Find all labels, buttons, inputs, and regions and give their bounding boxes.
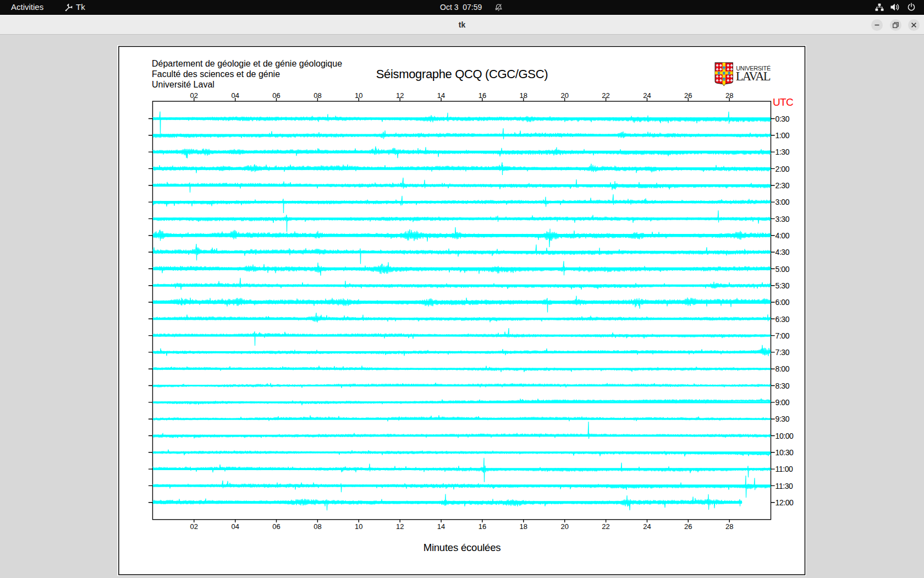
svg-text:4:00: 4:00 (776, 231, 790, 240)
svg-text:9:00: 9:00 (776, 398, 790, 407)
svg-text:08: 08 (314, 91, 321, 100)
svg-text:06: 06 (272, 522, 280, 531)
svg-text:02: 02 (190, 91, 198, 100)
svg-text:12: 12 (396, 91, 404, 100)
svg-text:11:00: 11:00 (776, 465, 793, 473)
svg-text:Minutes écoulées: Minutes écoulées (424, 542, 501, 553)
svg-text:20: 20 (560, 91, 568, 100)
svg-text:06: 06 (272, 91, 280, 100)
svg-text:24: 24 (643, 522, 651, 531)
svg-text:26: 26 (684, 522, 692, 531)
svg-text:22: 22 (602, 91, 609, 100)
svg-text:10: 10 (355, 91, 362, 100)
svg-text:08: 08 (314, 522, 321, 531)
svg-text:6:30: 6:30 (776, 315, 790, 324)
svg-text:6:00: 6:00 (776, 298, 790, 307)
svg-text:9:30: 9:30 (776, 415, 790, 423)
svg-text:8:00: 8:00 (776, 364, 790, 373)
svg-text:26: 26 (684, 91, 692, 100)
svg-text:8:30: 8:30 (776, 381, 790, 390)
svg-text:28: 28 (725, 522, 733, 531)
svg-text:2:30: 2:30 (776, 181, 790, 190)
svg-text:16: 16 (479, 91, 486, 100)
svg-text:16: 16 (479, 522, 486, 531)
svg-text:5:30: 5:30 (776, 281, 790, 290)
svg-text:Université Laval: Université Laval (152, 80, 215, 89)
svg-text:UTC: UTC (773, 96, 793, 108)
svg-text:18: 18 (520, 522, 527, 531)
svg-text:7:00: 7:00 (776, 331, 790, 340)
svg-text:10: 10 (355, 522, 362, 531)
svg-text:1:00: 1:00 (776, 131, 790, 140)
svg-text:0:30: 0:30 (776, 114, 790, 123)
svg-text:2:00: 2:00 (776, 165, 790, 173)
svg-text:3:00: 3:00 (776, 198, 790, 206)
svg-text:11:30: 11:30 (776, 482, 793, 490)
svg-text:20: 20 (560, 522, 568, 531)
svg-text:24: 24 (643, 91, 651, 100)
svg-text:04: 04 (231, 91, 239, 100)
svg-text:1:30: 1:30 (776, 148, 790, 156)
svg-text:LAVAL: LAVAL (736, 69, 771, 83)
svg-text:02: 02 (190, 522, 198, 531)
svg-text:Faculté des sciences et de gén: Faculté des sciences et de génie (152, 69, 280, 79)
svg-text:22: 22 (602, 522, 609, 531)
svg-text:Séismographe QCQ (CGC/GSC): Séismographe QCQ (CGC/GSC) (376, 67, 548, 81)
svg-text:5:00: 5:00 (776, 265, 790, 274)
svg-text:28: 28 (725, 91, 733, 100)
svg-text:04: 04 (231, 522, 239, 531)
svg-text:14: 14 (437, 91, 445, 100)
svg-text:18: 18 (520, 91, 527, 100)
svg-text:12:00: 12:00 (776, 498, 794, 507)
svg-text:10:30: 10:30 (776, 448, 794, 457)
svg-text:Département de géologie et de: Département de géologie et de génie géol… (152, 59, 342, 68)
svg-text:4:30: 4:30 (776, 248, 790, 257)
svg-text:10:00: 10:00 (776, 432, 794, 440)
svg-text:3:30: 3:30 (776, 215, 790, 223)
svg-text:14: 14 (437, 522, 445, 531)
svg-text:12: 12 (396, 522, 404, 531)
svg-text:7:30: 7:30 (776, 348, 790, 357)
